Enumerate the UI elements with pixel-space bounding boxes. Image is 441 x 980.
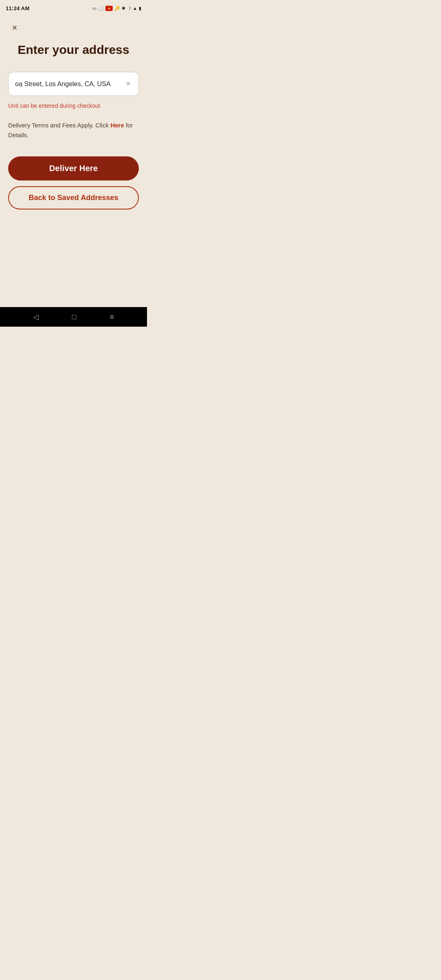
record-active-icon: ● <box>105 6 113 11</box>
unit-notice: Unit can be entered during checkout <box>8 102 139 109</box>
video-icon: ▭ <box>92 6 96 11</box>
status-icons: ▭ ⬜ ● 🔑 ✱ ☽ ▲ ▮ <box>92 6 141 11</box>
address-input: oa Street, Los Angeles, CA, USA <box>15 80 121 88</box>
page-title: Enter your address <box>8 42 139 57</box>
back-to-saved-addresses-button[interactable]: Back to Saved Addresses <box>8 186 139 209</box>
clear-address-button[interactable]: × <box>124 78 132 90</box>
bottom-navigation: ◁ □ ≡ <box>0 307 147 327</box>
main-content: × Enter your address oa Street, Los Ange… <box>0 15 147 307</box>
clear-icon: × <box>126 80 130 88</box>
moon-icon: ☽ <box>127 6 131 11</box>
bluetooth-icon: ✱ <box>122 6 125 11</box>
delivery-terms: Delivery Terms and Fees Apply. Click Her… <box>8 120 139 140</box>
status-bar: 11:24 AM ▭ ⬜ ● 🔑 ✱ ☽ ▲ ▮ <box>0 0 147 15</box>
status-time: 11:24 AM <box>6 5 29 11</box>
close-icon: × <box>12 23 18 32</box>
close-button[interactable]: × <box>8 21 21 34</box>
screen-record-icon: ⬜ <box>98 6 104 11</box>
menu-nav-icon[interactable]: ≡ <box>110 313 114 321</box>
delivery-terms-prefix: Delivery Terms and Fees Apply. Click <box>8 122 110 129</box>
wifi-icon: ▲ <box>133 6 137 11</box>
back-nav-icon[interactable]: ◁ <box>33 312 39 321</box>
delivery-terms-link[interactable]: Here <box>110 122 124 129</box>
deliver-here-button[interactable]: Deliver Here <box>8 156 139 180</box>
address-input-container[interactable]: oa Street, Los Angeles, CA, USA × <box>8 72 139 96</box>
battery-icon: ▮ <box>139 6 141 11</box>
home-nav-icon[interactable]: □ <box>72 313 76 321</box>
key-icon: 🔑 <box>114 6 120 11</box>
